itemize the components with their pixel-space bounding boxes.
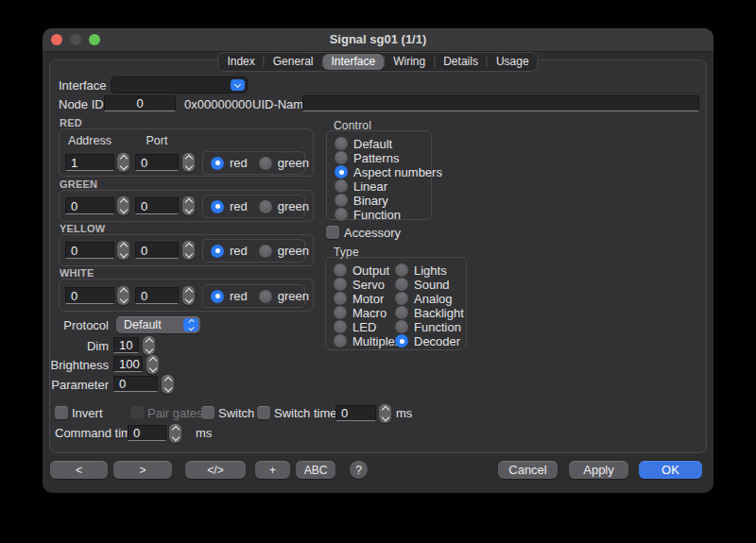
radio-lights[interactable] [395,263,408,277]
prev-button[interactable]: < [50,461,108,479]
dim-stepper[interactable] [143,336,155,355]
parameter-field[interactable]: 0 [113,376,158,392]
type-option-lights[interactable]: Lights [395,263,447,277]
node-id-field[interactable]: 0 [104,95,176,111]
switch-time-checkbox[interactable] [257,406,270,419]
yellow-port-field[interactable]: 0 [135,242,179,259]
radio-decoder[interactable] [395,334,408,348]
yellow-address-stepper[interactable] [117,241,129,260]
white-port-stepper[interactable] [182,286,195,305]
command-time-field[interactable]: 0 [128,425,166,441]
cancel-button[interactable]: Cancel [498,461,558,479]
radio-green[interactable] [259,200,272,213]
radio-multiplex[interactable] [334,334,347,348]
tab-interface[interactable]: Interface [322,54,384,70]
brightness-field[interactable]: 100 [113,356,143,372]
dim-field[interactable]: 10 [113,337,139,353]
radio-function[interactable] [335,208,348,221]
type-option-sound[interactable]: Sound [395,278,450,291]
minimize-button[interactable] [70,34,81,45]
radio-backlight[interactable] [395,306,408,319]
radio-led[interactable] [334,320,347,333]
radio-aspect-numbers[interactable] [335,165,348,178]
type-option-output[interactable]: Output [334,263,389,277]
radio-servo[interactable] [334,278,347,291]
radio-macro[interactable] [334,306,347,319]
tab-wiring[interactable]: Wiring [385,54,434,70]
radio-green[interactable] [259,245,272,258]
control-option-linear[interactable]: Linear [335,179,387,193]
white-port-field[interactable]: 0 [135,287,179,304]
type-option-function[interactable]: Function [395,320,461,333]
control-option-binary[interactable]: Binary [335,194,388,207]
red-address-field[interactable]: 1 [65,154,114,171]
radio-patterns[interactable] [335,151,348,164]
zoom-button[interactable] [89,34,100,45]
radio-red[interactable] [211,157,224,170]
code-button[interactable]: </> [185,461,246,479]
radio-default[interactable] [335,137,348,150]
tab-usage[interactable]: Usage [488,54,538,70]
parameter-stepper[interactable] [162,375,174,394]
radio-linear[interactable] [335,179,348,193]
green-port-field[interactable]: 0 [135,197,179,214]
tab-details[interactable]: Details [435,54,487,70]
red-port-stepper[interactable] [182,153,195,172]
tab-general[interactable]: General [265,54,322,70]
yellow-port-stepper[interactable] [182,241,195,260]
red-port-field[interactable]: 0 [135,154,179,171]
switch-checkbox[interactable] [201,406,215,419]
protocol-popup[interactable]: Default [116,316,200,333]
control-option-default[interactable]: Default [335,137,392,150]
green-address-field[interactable]: 0 [65,197,114,214]
brightness-stepper[interactable] [146,355,159,374]
switch-time-stepper[interactable] [379,404,391,423]
radio-motor[interactable] [334,292,347,305]
command-time-stepper[interactable] [169,424,181,443]
radio-green[interactable] [259,290,272,303]
radio-red[interactable] [211,245,224,258]
close-button[interactable] [51,34,62,45]
type-group: Output Servo Motor Macro LED Multiplex L… [325,257,467,350]
radio-red[interactable] [211,200,224,213]
white-address-field[interactable]: 0 [65,287,114,304]
type-option-multiplex[interactable]: Multiplex [334,334,401,348]
chevron-down-icon[interactable] [231,79,245,91]
radio-function[interactable] [395,320,408,333]
switch-time-field[interactable]: 0 [335,405,376,421]
radio-output[interactable] [334,263,347,277]
help-button[interactable]: ? [350,461,368,479]
type-option-led[interactable]: LED [334,320,376,333]
type-option-servo[interactable]: Servo [334,278,385,291]
type-option-motor[interactable]: Motor [334,292,384,305]
radio-green[interactable] [259,157,272,170]
next-button[interactable]: > [113,461,172,479]
type-option-macro[interactable]: Macro [334,306,387,319]
type-option-decoder[interactable]: Decoder [395,334,460,348]
green-port-stepper[interactable] [182,196,195,215]
radio-red[interactable] [211,290,224,303]
green-address-stepper[interactable] [117,196,129,215]
yellow-address-field[interactable]: 0 [65,242,114,259]
red-address-stepper[interactable] [117,153,129,172]
protocol-label: Protocol [43,317,109,333]
uid-name-field[interactable] [302,95,699,111]
tab-index[interactable]: Index [218,54,263,70]
abc-button[interactable]: ABC [296,461,335,479]
control-option-patterns[interactable]: Patterns [335,151,399,164]
invert-checkbox[interactable] [55,406,68,419]
ok-button[interactable]: OK [639,461,702,479]
popup-chevrons-icon[interactable] [183,318,198,331]
apply-button[interactable]: Apply [569,461,628,479]
radio-sound[interactable] [395,278,408,291]
control-option-function[interactable]: Function [335,208,401,221]
type-option-analog[interactable]: Analog [395,292,452,305]
interface-id-combobox[interactable] [111,76,248,93]
radio-analog[interactable] [395,292,408,305]
add-button[interactable]: + [255,461,290,479]
radio-binary[interactable] [335,194,348,207]
type-option-backlight[interactable]: Backlight [395,306,464,319]
accessory-checkbox[interactable] [326,226,339,239]
white-address-stepper[interactable] [117,286,129,305]
control-option-aspect-numbers[interactable]: Aspect numbers [335,165,442,178]
